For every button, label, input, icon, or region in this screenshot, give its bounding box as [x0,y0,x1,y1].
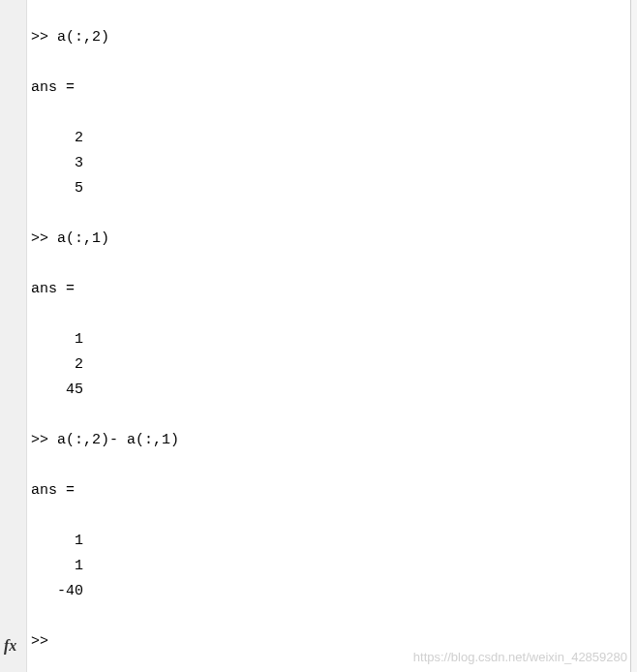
output-value: 2 [31,126,626,151]
output-value: 45 [31,378,626,403]
ans-label: ans = [31,478,626,504]
output-value: 2 [31,352,626,378]
command-line: >> a(:,2)- a(:,1) [31,428,626,453]
ans-label: ans = [31,76,626,101]
ans-label: ans = [31,277,626,302]
output-value: 1 [31,554,626,579]
output-value: 5 [31,176,626,201]
command-line: >> a(:,2) [31,25,626,50]
output-value: -40 [31,579,626,604]
output-value: 1 [31,327,626,352]
fx-icon[interactable]: fx [4,637,16,655]
command-window[interactable]: >> a(:,2) ans = 2 3 5 >> a(:,1) ans = 1 … [27,0,631,672]
command-line: >> a(:,1) [31,227,626,252]
watermark: https://blog.csdn.net/weixin_42859280 [413,650,627,664]
gutter: fx [0,0,27,672]
output-value: 1 [31,529,626,554]
output-value: 3 [31,151,626,176]
